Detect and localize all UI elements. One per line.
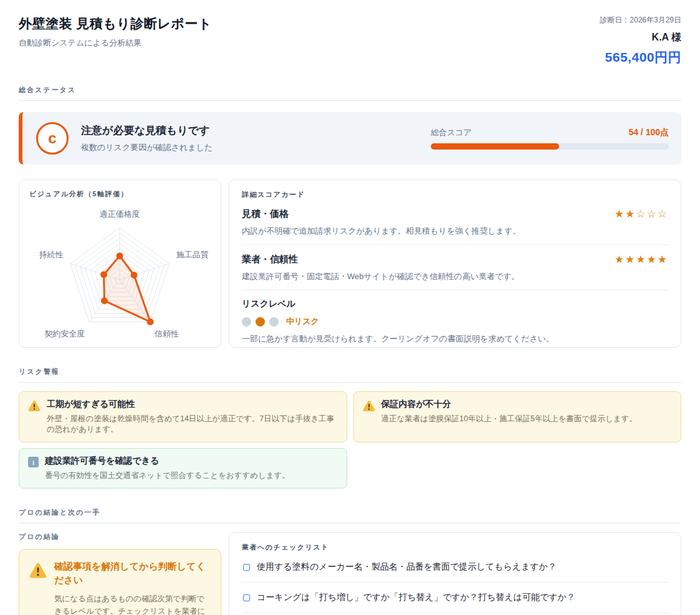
risk-level-dots: 中リスク: [242, 316, 668, 327]
warning-box-guarantee: 保証内容が不十分 適正な業者は塗膜保証10年以上・施工保証5年以上を書面で提示し…: [353, 391, 682, 442]
star-rating: ★★☆☆☆: [615, 207, 668, 221]
score-row: 総合スコア 54 / 100点: [431, 127, 669, 138]
score-value: 54 / 100点: [628, 127, 669, 138]
header-right: 診断日：2026年3月29日 K.A 様 565,400円円: [600, 15, 681, 66]
score-item-desc: 内訳が不明確で追加請求リスクがあります。相見積もりを強く推奨します。: [242, 226, 668, 237]
section-overall-status: 総合ステータス: [19, 83, 681, 101]
score-item-head: 業者・信頼性 ★★★★★: [242, 253, 668, 266]
status-card: c 注意が必要な見積もりです 複数のリスク要因が確認されました 総合スコア 54…: [19, 112, 681, 164]
checklist-item[interactable]: コーキングは「打ち増し」ですか「打ち替え」ですか？打ち替えは可能ですか？: [242, 583, 668, 613]
score-item-desc: 建設業許可番号・固定電話・Webサイトが確認でき信頼性の高い業者です。: [242, 271, 668, 282]
checkbox[interactable]: [243, 594, 250, 601]
section-label-risk: リスク警報: [19, 368, 60, 375]
star-rating: ★★★★★: [615, 253, 668, 266]
page-subtitle: 自動診断システムによる分析結果: [19, 37, 212, 49]
checkbox[interactable]: [243, 564, 250, 571]
score-item-name: 業者・信頼性: [242, 254, 298, 265]
score-item-name: 見積・価格: [242, 208, 289, 220]
risk-level-label: 中リスク: [286, 316, 319, 327]
diagnosis-date: 診断日：2026年3月29日: [600, 15, 681, 26]
page-title: 外壁塗装 見積もり診断レポート: [19, 15, 212, 32]
conclusion-title: 確認事項を解消してから判断してください: [54, 560, 211, 587]
conclusion-desc: 気になる点はあるものの確認次第で判断できるレベルです。チェックリストを業者に確認…: [54, 593, 211, 615]
conclusion-left-label: プロの結論: [19, 532, 221, 541]
info-desc: 番号の有効性を国土交通省ネットで照合することをおすすめします。: [45, 470, 338, 481]
warning-desc: 適正な業者は塗膜保証10年以上・施工保証5年以上を書面で提示します。: [381, 414, 673, 424]
report-page: 外壁塗装 見積もり診断レポート 自動診断システムによる分析結果 診断日：2026…: [0, 0, 700, 615]
warning-desc: 外壁・屋根の塗装は乾燥時間を含めて14日以上が適正です。7日以下は手抜き工事の恐…: [47, 414, 338, 435]
svg-text:施工品質: 施工品質: [176, 250, 209, 259]
svg-text:持続性: 持続性: [39, 250, 64, 259]
checklist-card: 業者へのチェックリスト 使用する塗料のメーカー名・製品名・品番を書面で提示しても…: [229, 532, 681, 615]
score-label: 総合スコア: [431, 127, 472, 138]
score-item-price: 見積・価格 ★★☆☆☆ 内訳が不明確で追加請求リスクがあります。相見積もりを強く…: [242, 199, 668, 245]
checklist-item[interactable]: 使用する塗料のメーカー名・製品名・品番を書面で提示してもらえますか？: [242, 552, 668, 583]
risk-level-title: リスクレベル: [242, 298, 668, 310]
score-progress-track: [431, 143, 669, 150]
customer-name: K.A 様: [600, 31, 681, 44]
checklist-item-text: 使用する塗料のメーカー名・製品名・品番を書面で提示してもらえますか？: [257, 561, 557, 573]
analysis-row: ビジュアル分析（5軸評価） 適正価格度施工品質信頼性契約安全度持続性 詳細スコア…: [19, 179, 681, 348]
conclusion-row: プロの結論 確認事項を解消してから判断してください 気になる点はあるものの確認次…: [19, 532, 681, 615]
status-subtitle: 複数のリスク要因が確認されました: [81, 142, 431, 153]
radar-chart: 適正価格度施工品質信頼性契約安全度持続性: [29, 200, 211, 350]
radar-card-title: ビジュアル分析（5軸評価）: [29, 189, 211, 199]
risk-dot-mid: [256, 317, 265, 327]
estimate-amount: 565,400円円: [600, 49, 681, 66]
info-box-license: i 建設業許可番号を確認できる 番号の有効性を国土交通省ネットで照合することをお…: [19, 448, 347, 489]
info-icon: i: [28, 457, 39, 467]
warning-title: 保証内容が不十分: [381, 399, 673, 410]
risk-dot-low: [242, 317, 251, 327]
report-header: 外壁塗装 見積もり診断レポート 自動診断システムによる分析結果 診断日：2026…: [19, 15, 681, 66]
radar-card: ビジュアル分析（5軸評価） 適正価格度施工品質信頼性契約安全度持続性: [19, 179, 221, 348]
conclusion-left: プロの結論 確認事項を解消してから判断してください 気になる点はあるものの確認次…: [19, 532, 221, 615]
svg-text:信頼性: 信頼性: [154, 329, 179, 338]
warning-box-schedule: 工期が短すぎる可能性 外壁・屋根の塗装は乾燥時間を含めて14日以上が適正です。7…: [19, 391, 347, 442]
info-title: 建設業許可番号を確認できる: [45, 455, 338, 467]
info-texts: 建設業許可番号を確認できる 番号の有効性を国土交通省ネットで照合することをおすす…: [45, 455, 338, 481]
alert-grid: 工期が短すぎる可能性 外壁・屋根の塗装は乾燥時間を含めて14日以上が適正です。7…: [19, 391, 681, 489]
risk-level-block: リスクレベル 中リスク 一部に急かす言動が見受けられます。クーリングオフの書面説…: [242, 290, 668, 345]
warning-texts: 保証内容が不十分 適正な業者は塗膜保証10年以上・施工保証5年以上を書面で提示し…: [381, 399, 673, 424]
score-block: 総合スコア 54 / 100点: [431, 127, 669, 150]
warning-texts: 工期が短すぎる可能性 外壁・屋根の塗装は乾燥時間を含めて14日以上が適正です。7…: [47, 399, 338, 435]
checklist-item-text: コーキングは「打ち増し」ですか「打ち替え」ですか？打ち替えは可能ですか？: [257, 592, 575, 603]
score-card-title: 詳細スコアカード: [242, 190, 668, 199]
header-left: 外壁塗装 見積もり診断レポート 自動診断システムによる分析結果: [19, 15, 212, 49]
checklist-title: 業者へのチェックリスト: [242, 543, 668, 552]
status-texts: 注意が必要な見積もりです 複数のリスク要因が確認されました: [81, 123, 431, 153]
conclusion-texts: 確認事項を解消してから判断してください 気になる点はあるものの確認次第で判断でき…: [54, 560, 211, 615]
svg-text:適正価格度: 適正価格度: [100, 209, 140, 219]
radar-wrap: 適正価格度施工品質信頼性契約安全度持続性: [29, 200, 211, 350]
svg-text:契約安全度: 契約安全度: [44, 329, 85, 338]
warning-triangle-icon: [363, 400, 375, 412]
score-item-contractor: 業者・信頼性 ★★★★★ 建設業許可番号・固定電話・Webサイトが確認でき信頼性…: [242, 245, 668, 290]
score-detail-card: 詳細スコアカード 見積・価格 ★★☆☆☆ 内訳が不明確で追加請求リスクがあります…: [229, 179, 681, 348]
warning-title: 工期が短すぎる可能性: [47, 399, 338, 410]
risk-level-desc: 一部に急かす言動が見受けられます。クーリングオフの書面説明を求めてください。: [242, 333, 668, 345]
section-conclusion: プロの結論と次の一手: [19, 506, 681, 523]
risk-dot-high: [269, 317, 279, 327]
warning-triangle-icon: [28, 400, 41, 412]
grade-badge: c: [36, 122, 69, 155]
conclusion-box: 確認事項を解消してから判断してください 気になる点はあるものの確認次第で判断でき…: [19, 549, 221, 615]
section-label-conclusion: プロの結論と次の一手: [19, 508, 100, 516]
score-progress-fill: [431, 143, 559, 150]
status-title: 注意が必要な見積もりです: [81, 123, 431, 138]
score-item-head: 見積・価格 ★★☆☆☆: [242, 207, 668, 221]
grid-spacer: [353, 448, 682, 489]
warning-triangle-icon: [29, 562, 47, 579]
section-risk-alerts: リスク警報: [19, 365, 681, 383]
section-label-status: 総合ステータス: [19, 86, 76, 93]
